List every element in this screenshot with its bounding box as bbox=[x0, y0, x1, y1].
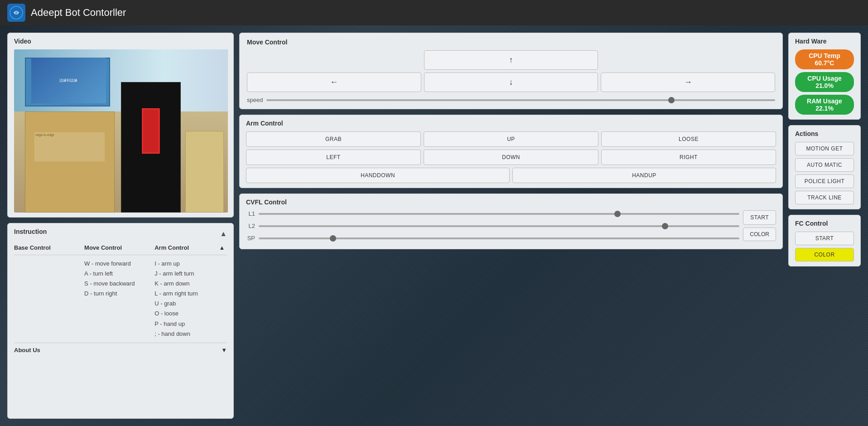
app-title: Adeept Bot Contorller bbox=[31, 7, 126, 19]
move-control-title: Move Control bbox=[247, 39, 775, 46]
titlebar: Adeept Bot Contorller bbox=[0, 0, 868, 25]
ram-usage-badge: RAM Usage 22.1% bbox=[795, 95, 854, 115]
cvfl-sp-label: SP bbox=[246, 235, 255, 242]
instruction-table: Base Control Move Control Arm Control ▲ … bbox=[14, 244, 227, 339]
instruction-header: Instruction ▲ bbox=[14, 228, 227, 240]
instruction-rows: W - move forward A - turn left S - move … bbox=[14, 259, 227, 339]
instruction-table-header: Base Control Move Control Arm Control ▲ bbox=[14, 244, 227, 255]
arm-grid-2col: HANDDOWN HANDUP bbox=[246, 168, 776, 183]
cvfl-l1-label: L1 bbox=[246, 210, 255, 217]
cpu-temp-badge: CPU Temp 60.7°C bbox=[795, 49, 854, 69]
arm-right-button[interactable]: RIGHT bbox=[601, 150, 776, 165]
fc-start-button[interactable]: START bbox=[795, 232, 854, 245]
cvfl-color-button[interactable]: COLOR bbox=[743, 228, 776, 241]
cvfl-l2-label: L2 bbox=[246, 223, 255, 229]
cpu-usage-badge: CPU Usage 21.0% bbox=[795, 72, 854, 92]
instruction-title: Instruction bbox=[14, 228, 47, 235]
cvfl-l1-row: L1 bbox=[246, 210, 739, 217]
cvfl-start-button[interactable]: START bbox=[743, 210, 776, 225]
arm-grab-button[interactable]: GRAB bbox=[246, 131, 421, 147]
cvfl-sp-row: SP bbox=[246, 235, 739, 242]
svg-point-1 bbox=[15, 11, 18, 14]
arm-control-title: Arm Control bbox=[246, 120, 776, 127]
arm-handup-button[interactable]: HANDUP bbox=[512, 168, 776, 183]
cvfl-l2-slider[interactable] bbox=[259, 225, 739, 227]
list-item: S - move backward bbox=[84, 279, 154, 289]
speed-row: speed bbox=[247, 97, 775, 103]
video-sign-text: 边缘到边缘 bbox=[31, 58, 106, 103]
video-box-dark bbox=[121, 82, 181, 213]
move-col: W - move forward A - turn left S - move … bbox=[84, 259, 154, 339]
cvfl-control-panel: CVFL Control L1 L2 SP bbox=[239, 194, 783, 249]
arm-down-button[interactable]: DOWN bbox=[424, 150, 598, 165]
hardware-panel: Hard Ware CPU Temp 60.7°C CPU Usage 21.0… bbox=[788, 33, 861, 120]
fc-color-button[interactable]: COLOR bbox=[795, 248, 854, 261]
list-item: J - arm left turn bbox=[154, 269, 225, 279]
arm-left-button[interactable]: LEFT bbox=[246, 150, 421, 165]
left-panel: Video 边缘到边缘 edge-to-edge bbox=[7, 33, 234, 419]
direction-grid: ↑ ← ↓ → bbox=[247, 50, 775, 92]
video-panel-title: Video bbox=[14, 38, 227, 45]
motion-get-button[interactable]: MOTION GET bbox=[795, 142, 854, 155]
main-content: Video 边缘到边缘 edge-to-edge bbox=[0, 25, 868, 426]
video-box-large: edge-to-edge bbox=[25, 111, 115, 213]
cvfl-sp-slider[interactable] bbox=[259, 237, 739, 239]
move-right-button[interactable]: → bbox=[601, 73, 775, 92]
arm-control-panel: Arm Control GRAB UP LOOSE LEFT DOWN RIGH… bbox=[239, 115, 783, 188]
list-item: P - hand up bbox=[154, 319, 225, 329]
move-down-button[interactable]: ↓ bbox=[424, 73, 598, 92]
cvfl-control-title: CVFL Control bbox=[246, 198, 776, 206]
cvfl-l1-slider[interactable] bbox=[259, 213, 739, 215]
fc-control-panel: FC Control START COLOR bbox=[788, 215, 861, 266]
list-item: A - turn left bbox=[84, 269, 154, 279]
move-up-button[interactable]: ↑ bbox=[424, 50, 598, 70]
list-item: U - grab bbox=[154, 299, 225, 309]
col-header-base: Base Control bbox=[14, 244, 84, 251]
arm-grid: GRAB UP LOOSE LEFT DOWN RIGHT bbox=[246, 131, 776, 165]
speed-label: speed bbox=[247, 97, 263, 103]
move-control-panel: Move Control ↑ ← ↓ → speed bbox=[239, 33, 783, 109]
app-logo bbox=[7, 4, 25, 22]
chevron-down-icon[interactable]: ▼ bbox=[221, 347, 227, 353]
right-panel: Hard Ware CPU Temp 60.7°C CPU Usage 21.0… bbox=[788, 33, 861, 419]
hardware-title: Hard Ware bbox=[795, 38, 854, 45]
cvfl-main: L1 L2 SP START COLOR bbox=[246, 210, 776, 244]
list-item: D - turn right bbox=[84, 289, 154, 299]
move-left-button[interactable]: ← bbox=[247, 73, 421, 92]
instruction-panel: Instruction ▲ Base Control Move Control … bbox=[7, 223, 234, 419]
cvfl-btn-col: START COLOR bbox=[743, 210, 776, 244]
police-light-button[interactable]: POLICE LIGHT bbox=[795, 174, 854, 188]
cvfl-l2-row: L2 bbox=[246, 223, 739, 229]
list-item: O - loose bbox=[154, 309, 225, 319]
about-us-label: About Us bbox=[14, 347, 40, 353]
center-panel: Move Control ↑ ← ↓ → speed Arm Control G… bbox=[239, 33, 783, 419]
list-item: I - arm up bbox=[154, 259, 225, 269]
about-us-row: About Us ▼ bbox=[14, 343, 227, 357]
fc-control-title: FC Control bbox=[795, 220, 854, 227]
video-box-small bbox=[185, 131, 224, 213]
col-header-move: Move Control bbox=[84, 244, 154, 251]
list-item: L - arm right turn bbox=[154, 289, 225, 299]
chevron-up-icon[interactable]: ▲ bbox=[220, 230, 227, 238]
arm-col: I - arm up J - arm left turn K - arm dow… bbox=[154, 259, 225, 339]
list-item: W - move forward bbox=[84, 259, 154, 269]
col-header-arm: Arm Control ▲ bbox=[154, 244, 225, 251]
arm-handdown-button[interactable]: HANDDOWN bbox=[246, 168, 510, 183]
actions-panel: Actions MOTION GET AUTO MATIC POLICE LIG… bbox=[788, 125, 861, 209]
video-frame: 边缘到边缘 edge-to-edge bbox=[14, 49, 228, 213]
base-col bbox=[14, 259, 84, 339]
actions-title: Actions bbox=[795, 130, 854, 137]
video-background: 边缘到边缘 edge-to-edge bbox=[14, 49, 228, 213]
list-item: ; - hand down bbox=[154, 329, 225, 339]
video-panel: Video 边缘到边缘 edge-to-edge bbox=[7, 33, 234, 218]
auto-matic-button[interactable]: AUTO MATIC bbox=[795, 158, 854, 172]
arm-up-button[interactable]: UP bbox=[424, 131, 598, 147]
list-item: K - arm down bbox=[154, 279, 225, 289]
cvfl-sliders-col: L1 L2 SP bbox=[246, 210, 739, 244]
chevron-up-icon-2[interactable]: ▲ bbox=[219, 244, 225, 251]
track-line-button[interactable]: TRACK LINE bbox=[795, 191, 854, 204]
arm-loose-button[interactable]: LOOSE bbox=[601, 131, 776, 147]
speed-slider[interactable] bbox=[266, 99, 775, 101]
